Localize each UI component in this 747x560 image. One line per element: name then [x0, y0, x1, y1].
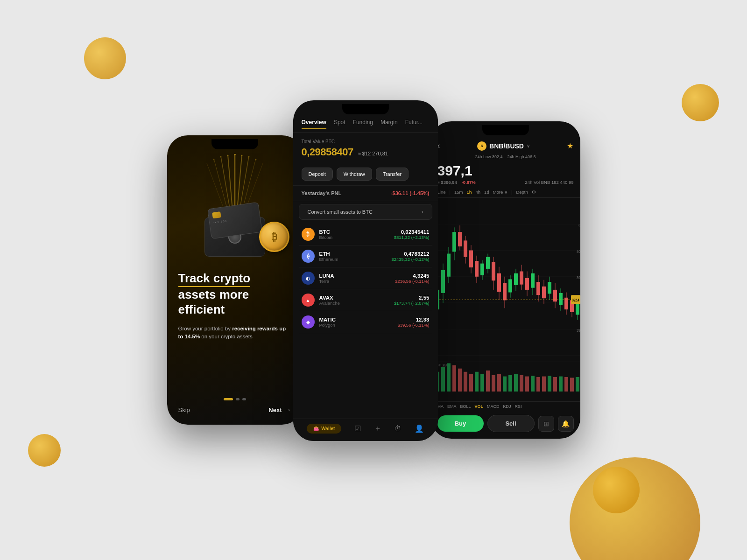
nav-wallet[interactable]: 👛 Wallet: [307, 424, 341, 434]
svg-rect-106: [564, 377, 568, 392]
svg-rect-101: [536, 377, 540, 392]
ctrl-more[interactable]: More ∨: [493, 189, 507, 195]
tab-overview[interactable]: Overview: [302, 119, 326, 129]
matic-amount: 12,33: [397, 317, 429, 322]
svg-rect-42: [486, 257, 490, 269]
pnl-value: -$36.11 (-1.45%): [391, 190, 430, 196]
phone-1-notch-area: [167, 135, 303, 149]
ctrl-1h[interactable]: 1h: [466, 189, 472, 195]
asset-row-luna[interactable]: ◐ LUNA Terra 4,3245 $236,56 (-0.11%): [299, 267, 432, 289]
asset-right-luna: 4,3245 $236,56 (-0.11%): [395, 273, 429, 284]
price-sub-row: ≈ $396,94 -0.87% 24h Vol BNB 182 440,99: [431, 180, 580, 188]
matic-name: Polygon: [319, 322, 336, 328]
ctrl-15m[interactable]: 15m: [454, 189, 463, 195]
svg-rect-91: [480, 374, 484, 392]
svg-rect-64: [548, 282, 551, 294]
alert-icon-button[interactable]: 🔔: [558, 416, 574, 432]
ctrl-line[interactable]: Line: [437, 189, 446, 195]
subtitle-suffix: on your crypto assets: [200, 334, 253, 339]
indicator-macd[interactable]: MACD: [487, 404, 500, 409]
svg-rect-90: [475, 372, 479, 392]
svg-rect-62: [542, 287, 546, 298]
svg-point-10: [227, 155, 228, 156]
svg-rect-44: [492, 262, 495, 280]
indicator-ema[interactable]: EMA: [447, 404, 457, 409]
skip-button[interactable]: Skip: [178, 406, 190, 413]
asset-row-avax[interactable]: ▲ AVAX Avalanche 2,55 $173.74 (+2.07%): [299, 289, 432, 311]
pnl-label: Yestarday's PNL: [302, 190, 342, 196]
btc-total-value: 0,29858407: [302, 146, 353, 158]
asset-row-btc[interactable]: ₿ BTC Bitcoin 0,02345411 $811,32 (+2.13%…: [299, 224, 432, 245]
current-price: 397,1: [431, 161, 580, 180]
btc-icon: ₿: [302, 228, 315, 241]
svg-rect-50: [508, 279, 512, 292]
asset-row-eth[interactable]: ⟠ ETH Ethereum 0,4783212 $2435,32 (+0.12…: [299, 245, 432, 267]
indicator-ma[interactable]: MA: [437, 404, 444, 409]
price-range-row: 24h Low 392,4 24h High 406,6: [431, 154, 580, 161]
svg-rect-30: [452, 232, 456, 252]
headline-underline: Track crypto: [178, 271, 251, 287]
tab-futures[interactable]: Futur...: [405, 119, 423, 129]
sell-button[interactable]: Sell: [487, 415, 535, 432]
svg-rect-95: [503, 377, 507, 392]
wallet-illustration: •• 5,600 ₿: [167, 154, 303, 266]
asset-left-btc: ₿ BTC Bitcoin: [302, 228, 333, 241]
svg-rect-97: [514, 374, 518, 392]
svg-rect-104: [553, 377, 557, 392]
decorative-circle-bottom-right-large: [570, 457, 700, 560]
dot-1: [224, 398, 233, 400]
svg-rect-54: [520, 272, 523, 285]
ctrl-settings-icon[interactable]: ⚙: [532, 189, 536, 195]
btc-symbol: BTC: [319, 229, 333, 235]
bitcoin-coin-illustration: ₿: [259, 222, 289, 252]
luna-change: $236,56 (-0.11%): [395, 279, 429, 284]
indicator-boll[interactable]: BOLL: [460, 404, 471, 409]
svg-rect-85: [447, 363, 451, 391]
asset-row-matic[interactable]: ◈ MATIC Polygon 12,33 $39,56 (-6.11%): [299, 311, 432, 333]
asset-right-eth: 0,4783212 $2435,32 (+0.12%): [391, 251, 429, 262]
svg-rect-68: [559, 293, 563, 305]
luna-amount: 4,3245: [395, 273, 429, 279]
nav-profile[interactable]: 👤: [415, 424, 424, 433]
dot-2: [236, 398, 240, 400]
svg-rect-60: [536, 282, 540, 295]
indicator-vol[interactable]: VOL: [475, 404, 484, 409]
markets-nav-icon: ☑: [354, 424, 361, 433]
svg-rect-70: [564, 298, 568, 309]
svg-rect-108: [576, 377, 579, 392]
transfer-button[interactable]: Transfer: [376, 168, 409, 181]
ctrl-4h[interactable]: 4h: [476, 189, 481, 195]
indicator-rsi[interactable]: RSI: [515, 404, 522, 409]
nav-history[interactable]: ⏱: [394, 425, 402, 433]
next-button[interactable]: Next →: [268, 406, 291, 413]
favorite-star-icon[interactable]: ★: [567, 141, 573, 150]
buy-button[interactable]: Buy: [437, 415, 484, 432]
history-nav-icon: ⏱: [394, 425, 402, 433]
page-dots: [167, 398, 303, 400]
high-value: 406,6: [525, 154, 536, 159]
ctrl-1d[interactable]: 1d: [484, 189, 489, 195]
indicator-kdj[interactable]: KDJ: [503, 404, 511, 409]
svg-text:392.4: 392.4: [572, 298, 579, 302]
profile-nav-icon: 👤: [415, 424, 424, 433]
nav-markets[interactable]: ☑: [354, 424, 361, 433]
luna-name: Terra: [319, 279, 334, 284]
svg-rect-84: [441, 367, 445, 392]
convert-row[interactable]: Convert small assets to BTC ›: [299, 204, 432, 220]
headline-line3: efficient: [178, 302, 225, 316]
tab-spot[interactable]: Spot: [334, 119, 345, 129]
calculator-icon-button[interactable]: ⊞: [538, 416, 554, 432]
svg-rect-38: [475, 261, 479, 277]
pair-dropdown-icon[interactable]: ∨: [527, 143, 530, 148]
ctrl-depth[interactable]: Depth: [516, 189, 528, 195]
withdraw-button[interactable]: Withdraw: [337, 168, 372, 181]
matic-icon: ◈: [302, 315, 315, 329]
deposit-button[interactable]: Deposit: [302, 168, 333, 181]
wallet-nav-label: Wallet: [321, 426, 335, 431]
tab-funding[interactable]: Funding: [353, 119, 373, 129]
phone-1-content: •• 5,600 ₿ Track crypto assets more effi…: [167, 135, 303, 425]
nav-add[interactable]: ＋: [374, 424, 381, 434]
decorative-circle-top-left: [84, 37, 126, 79]
usd-total-value: ≈ $12 270,81: [358, 151, 388, 156]
tab-margin[interactable]: Margin: [381, 119, 398, 129]
